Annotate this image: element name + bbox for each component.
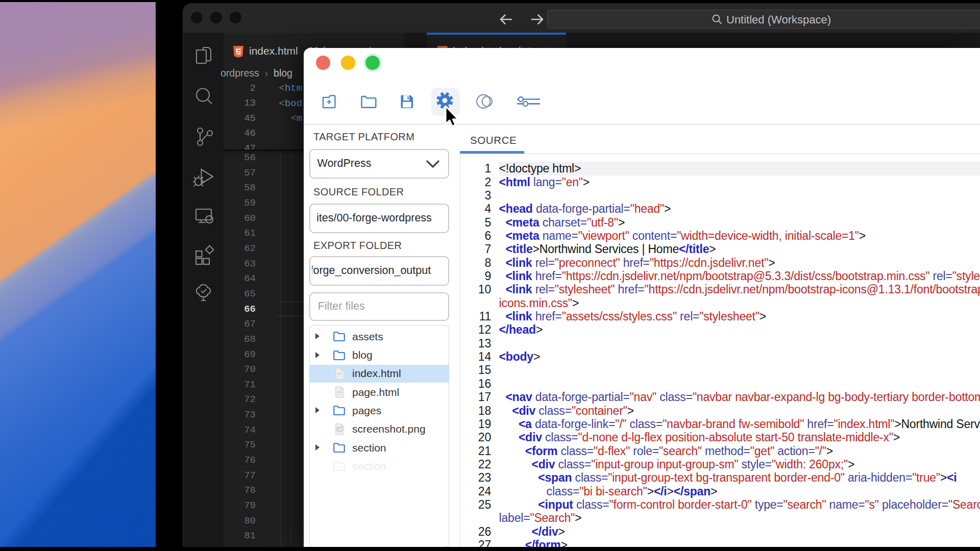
svg-text:</>: </>: [337, 390, 342, 394]
svg-text:</>: </>: [337, 372, 342, 375]
